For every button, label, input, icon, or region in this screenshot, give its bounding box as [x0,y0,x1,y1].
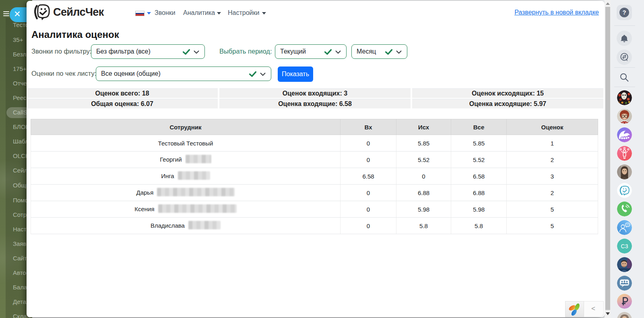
svg-text:C3: C3 [621,243,628,249]
